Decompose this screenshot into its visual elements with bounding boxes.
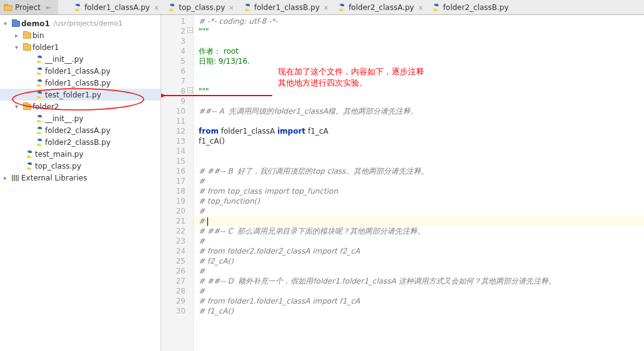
code-comment: # from top_class import top_function bbox=[199, 187, 338, 195]
code-text: f1_cA() bbox=[199, 137, 225, 146]
code-comment: # f1_cA() bbox=[199, 307, 234, 315]
python-file-icon bbox=[337, 3, 346, 12]
svg-rect-3 bbox=[14, 175, 15, 181]
project-tree[interactable]: ▾ demo1 /usr/projects/demo1 ▸ bin ▾ fold… bbox=[0, 15, 161, 351]
tree-item-bin[interactable]: ▸ bin bbox=[0, 29, 161, 41]
tree-item-top-class[interactable]: top_class.py bbox=[0, 160, 161, 172]
tree-item-external-libs[interactable]: ▸ External Libraries bbox=[0, 172, 161, 184]
tree-item-init2[interactable]: __init__.py bbox=[0, 112, 161, 124]
tree-item-test-main[interactable]: test_main.py bbox=[0, 148, 161, 160]
folder-icon bbox=[22, 31, 31, 40]
code-editor[interactable]: 12−345678−910111213141516171819202122232… bbox=[161, 15, 644, 351]
tab-label: top_class.py bbox=[179, 3, 225, 12]
svg-rect-4 bbox=[16, 175, 17, 181]
tree-item-folder1[interactable]: ▾ folder1 bbox=[0, 41, 161, 53]
chevron-down-icon[interactable]: ▾ bbox=[4, 20, 10, 27]
tab-label: folder2_classA.py bbox=[349, 3, 414, 12]
tree-label: top_class.py bbox=[35, 162, 81, 171]
code-text: f1_cA bbox=[305, 127, 328, 136]
code-comment: # f2_cA() bbox=[199, 257, 234, 265]
svg-point-6 bbox=[12, 89, 144, 110]
root-path: /usr/projects/demo1 bbox=[54, 19, 122, 27]
code-comment: ##-- A 先调用同级的folder1_classA模。 bbox=[199, 107, 343, 116]
code-comment: 其他两部分请先注释。 bbox=[343, 107, 418, 116]
python-file-icon bbox=[35, 126, 44, 135]
code-comment: # top_function() bbox=[199, 197, 260, 205]
project-icon bbox=[4, 3, 12, 12]
code-comment: # ##-- C 那么调用兄弟目录下面的模块呢？其他两部分请先注释。 bbox=[199, 227, 425, 235]
code-content[interactable]: # -*- coding: utf-8 -*- """ 作者： root 日期:… bbox=[194, 15, 644, 351]
svg-rect-5 bbox=[17, 175, 19, 181]
close-icon[interactable]: × bbox=[152, 4, 160, 11]
svg-rect-0 bbox=[4, 6, 12, 11]
editor-tab-folder2-classB[interactable]: folder2_classB.py bbox=[428, 0, 512, 15]
editor-tab-folder1-classB[interactable]: folder1_classB.py × bbox=[239, 0, 334, 15]
code-text: folder1_classA bbox=[219, 127, 277, 136]
annotation-ellipse bbox=[6, 86, 150, 112]
tree-label: __init__.py bbox=[45, 55, 84, 64]
tree-item-f1-classA[interactable]: folder1_classA.py bbox=[0, 65, 161, 77]
code-comment: # from folder2.folder2_classA import f2_… bbox=[199, 247, 360, 255]
tool-panel-title: Project bbox=[15, 3, 41, 12]
code-comment: # from folder1.folder1_classA import f1_… bbox=[199, 297, 360, 305]
folder-icon bbox=[22, 43, 31, 52]
tool-panel-tab[interactable]: Project ⇤ bbox=[0, 0, 58, 15]
chevron-down-icon[interactable]: ▾ bbox=[15, 44, 21, 51]
python-file-icon bbox=[243, 3, 252, 12]
annotation-text: 现在加了这个文件，内容如下，逐步注释 其他地方进行四次实验。 bbox=[278, 66, 424, 89]
tree-item-f2-classA[interactable]: folder2_classA.py bbox=[0, 124, 161, 136]
code-docstring: """ bbox=[199, 27, 209, 36]
chevron-right-icon[interactable]: ▸ bbox=[4, 174, 10, 181]
chevron-right-icon[interactable]: ▸ bbox=[15, 32, 21, 39]
tree-label: bin bbox=[32, 31, 44, 40]
python-file-icon bbox=[35, 138, 44, 147]
tree-label: folder1 bbox=[32, 43, 59, 52]
code-comment: # ##-- D 额外补充一个，假如用folder1.folder1_class… bbox=[199, 277, 556, 285]
python-file-icon bbox=[25, 150, 34, 159]
close-icon[interactable]: × bbox=[227, 4, 235, 11]
text-cursor bbox=[207, 217, 208, 226]
fold-icon[interactable]: − bbox=[187, 27, 193, 33]
annotation-arrow bbox=[161, 89, 274, 102]
tab-bar: Project ⇤ folder1_classA.py × top_class.… bbox=[0, 0, 644, 15]
python-file-icon bbox=[25, 162, 34, 171]
editor-tab-folder1-classA[interactable]: folder1_classA.py × bbox=[69, 0, 164, 15]
tree-item-init1[interactable]: __init__.py bbox=[0, 53, 161, 65]
code-comment: # bbox=[199, 207, 205, 215]
editor-tab-folder2-classA[interactable]: folder2_classA.py × bbox=[334, 0, 428, 15]
annotation-line: 现在加了这个文件，内容如下，逐步注释 bbox=[278, 66, 424, 77]
tree-label: External Libraries bbox=[21, 174, 87, 182]
python-file-icon bbox=[35, 67, 44, 76]
code-keyword: from bbox=[199, 127, 219, 136]
editor-tab-top-class[interactable]: top_class.py × bbox=[164, 0, 239, 15]
tree-root[interactable]: ▾ demo1 /usr/projects/demo1 bbox=[0, 17, 161, 29]
code-comment: # ##-- B 好了，我们调用顶层的top class。其他两部分请先注释。 bbox=[199, 167, 429, 176]
python-file-icon bbox=[73, 3, 82, 12]
code-comment: # bbox=[199, 237, 205, 245]
svg-rect-1 bbox=[4, 4, 7, 6]
python-file-icon bbox=[167, 3, 176, 12]
main-area: ▾ demo1 /usr/projects/demo1 ▸ bin ▾ fold… bbox=[0, 15, 644, 351]
close-icon[interactable]: × bbox=[417, 4, 424, 11]
tab-label: folder1_classB.py bbox=[254, 3, 320, 12]
python-file-icon bbox=[432, 3, 440, 12]
tree-item-f2-classB[interactable]: folder2_classB.py bbox=[0, 136, 161, 148]
python-file-icon bbox=[35, 55, 44, 64]
library-icon bbox=[11, 174, 20, 182]
root-label: demo1 bbox=[21, 19, 50, 28]
python-file-icon bbox=[35, 114, 44, 123]
project-folder-icon bbox=[11, 19, 20, 28]
tree-label: folder2_classB.py bbox=[45, 138, 111, 147]
tab-label: folder2_classB.py bbox=[443, 3, 508, 12]
line-gutter: 12−345678−910111213141516171819202122232… bbox=[161, 15, 194, 351]
svg-rect-2 bbox=[12, 175, 13, 181]
close-icon[interactable]: × bbox=[322, 4, 330, 11]
tree-label: test_main.py bbox=[35, 150, 84, 159]
annotation-line: 其他地方进行四次实验。 bbox=[278, 77, 424, 89]
tree-label: folder2_classA.py bbox=[45, 126, 111, 135]
code-comment: # -*- coding: utf-8 -*- bbox=[199, 17, 278, 26]
code-keyword: import bbox=[277, 127, 305, 136]
hide-panel-icon[interactable]: ⇤ bbox=[43, 3, 54, 12]
code-comment: # bbox=[199, 177, 205, 185]
code-docstring: 日期: 9/13/16. bbox=[199, 57, 250, 66]
